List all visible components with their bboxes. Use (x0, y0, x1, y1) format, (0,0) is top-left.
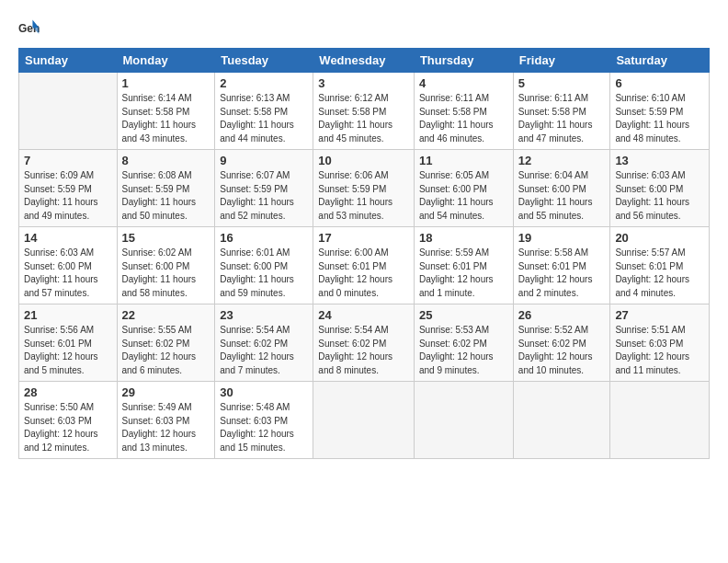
calendar-cell: 20Sunrise: 5:57 AMSunset: 6:01 PMDayligh… (610, 227, 710, 304)
day-number: 1 (122, 76, 210, 90)
day-info: Sunrise: 6:10 AMSunset: 5:59 PMDaylight:… (615, 92, 704, 145)
day-info: Sunrise: 5:48 AMSunset: 6:03 PMDaylight:… (220, 401, 308, 454)
week-row-5: 28Sunrise: 5:50 AMSunset: 6:03 PMDayligh… (19, 382, 710, 459)
day-number: 19 (518, 231, 606, 245)
calendar-cell (513, 382, 610, 459)
day-info: Sunrise: 5:54 AMSunset: 6:02 PMDaylight:… (220, 324, 308, 377)
day-number: 3 (318, 76, 409, 90)
day-number: 17 (318, 231, 409, 245)
week-row-3: 14Sunrise: 6:03 AMSunset: 6:00 PMDayligh… (19, 227, 710, 304)
day-info: Sunrise: 6:11 AMSunset: 5:58 PMDaylight:… (518, 92, 606, 145)
day-number: 24 (318, 308, 409, 322)
weekday-thursday: Thursday (414, 49, 513, 73)
header: Gen (18, 17, 710, 39)
calendar-cell: 7Sunrise: 6:09 AMSunset: 5:59 PMDaylight… (19, 150, 118, 227)
calendar-cell: 30Sunrise: 5:48 AMSunset: 6:03 PMDayligh… (215, 382, 313, 459)
day-info: Sunrise: 5:56 AMSunset: 6:01 PMDaylight:… (24, 324, 112, 377)
day-info: Sunrise: 5:55 AMSunset: 6:02 PMDaylight:… (122, 324, 210, 377)
calendar-cell (414, 382, 513, 459)
day-info: Sunrise: 5:58 AMSunset: 6:01 PMDaylight:… (518, 247, 606, 300)
day-info: Sunrise: 6:01 AMSunset: 6:00 PMDaylight:… (220, 247, 308, 300)
calendar-cell: 6Sunrise: 6:10 AMSunset: 5:59 PMDaylight… (610, 73, 710, 150)
day-info: Sunrise: 6:08 AMSunset: 5:59 PMDaylight:… (122, 169, 210, 223)
day-number: 9 (220, 154, 308, 167)
day-info: Sunrise: 6:13 AMSunset: 5:58 PMDaylight:… (220, 92, 308, 145)
day-number: 11 (419, 154, 508, 167)
day-info: Sunrise: 6:00 AMSunset: 6:01 PMDaylight:… (318, 247, 409, 300)
day-number: 21 (24, 308, 112, 322)
calendar-cell (19, 73, 118, 150)
calendar-cell: 15Sunrise: 6:02 AMSunset: 6:00 PMDayligh… (117, 227, 215, 304)
day-number: 20 (615, 231, 704, 245)
calendar-cell: 8Sunrise: 6:08 AMSunset: 5:59 PMDaylight… (117, 150, 215, 227)
logo-icon: Gen (18, 17, 40, 39)
calendar-cell: 24Sunrise: 5:54 AMSunset: 6:02 PMDayligh… (313, 304, 415, 382)
day-number: 29 (122, 385, 210, 399)
calendar-cell (313, 382, 415, 459)
day-info: Sunrise: 6:02 AMSunset: 6:00 PMDaylight:… (122, 247, 210, 300)
calendar-cell: 13Sunrise: 6:03 AMSunset: 6:00 PMDayligh… (610, 150, 710, 227)
weekday-sunday: Sunday (19, 49, 118, 73)
calendar-cell: 26Sunrise: 5:52 AMSunset: 6:02 PMDayligh… (513, 304, 610, 382)
day-number: 28 (24, 385, 112, 399)
calendar-cell: 23Sunrise: 5:54 AMSunset: 6:02 PMDayligh… (215, 304, 313, 382)
calendar: SundayMondayTuesdayWednesdayThursdayFrid… (18, 48, 710, 459)
day-info: Sunrise: 5:50 AMSunset: 6:03 PMDaylight:… (24, 401, 112, 454)
weekday-monday: Monday (117, 49, 215, 73)
calendar-cell: 27Sunrise: 5:51 AMSunset: 6:03 PMDayligh… (610, 304, 710, 382)
day-info: Sunrise: 6:03 AMSunset: 6:00 PMDaylight:… (615, 169, 704, 223)
logo: Gen (18, 17, 44, 39)
calendar-cell: 11Sunrise: 6:05 AMSunset: 6:00 PMDayligh… (414, 150, 513, 227)
day-info: Sunrise: 5:59 AMSunset: 6:01 PMDaylight:… (419, 247, 508, 300)
calendar-cell: 28Sunrise: 5:50 AMSunset: 6:03 PMDayligh… (19, 382, 118, 459)
day-number: 15 (122, 231, 210, 245)
calendar-cell: 17Sunrise: 6:00 AMSunset: 6:01 PMDayligh… (313, 227, 415, 304)
weekday-friday: Friday (513, 49, 610, 73)
calendar-cell: 3Sunrise: 6:12 AMSunset: 5:58 PMDaylight… (313, 73, 415, 150)
calendar-cell (610, 382, 710, 459)
calendar-cell: 16Sunrise: 6:01 AMSunset: 6:00 PMDayligh… (215, 227, 313, 304)
day-number: 5 (518, 76, 606, 90)
day-info: Sunrise: 5:57 AMSunset: 6:01 PMDaylight:… (615, 247, 704, 300)
day-info: Sunrise: 6:11 AMSunset: 5:58 PMDaylight:… (419, 92, 508, 145)
day-info: Sunrise: 5:53 AMSunset: 6:02 PMDaylight:… (419, 324, 508, 377)
day-number: 12 (518, 154, 606, 167)
day-number: 22 (122, 308, 210, 322)
day-number: 16 (220, 231, 308, 245)
calendar-cell: 5Sunrise: 6:11 AMSunset: 5:58 PMDaylight… (513, 73, 610, 150)
weekday-wednesday: Wednesday (313, 49, 415, 73)
week-row-2: 7Sunrise: 6:09 AMSunset: 5:59 PMDaylight… (19, 150, 710, 227)
day-info: Sunrise: 5:54 AMSunset: 6:02 PMDaylight:… (318, 324, 409, 377)
day-info: Sunrise: 6:04 AMSunset: 6:00 PMDaylight:… (518, 169, 606, 223)
day-number: 14 (24, 231, 112, 245)
day-info: Sunrise: 6:03 AMSunset: 6:00 PMDaylight:… (24, 247, 112, 300)
day-info: Sunrise: 5:49 AMSunset: 6:03 PMDaylight:… (122, 401, 210, 454)
day-number: 6 (615, 76, 704, 90)
day-info: Sunrise: 6:12 AMSunset: 5:58 PMDaylight:… (318, 92, 409, 145)
day-number: 25 (419, 308, 508, 322)
day-info: Sunrise: 6:09 AMSunset: 5:59 PMDaylight:… (24, 169, 112, 223)
day-number: 8 (122, 154, 210, 167)
day-number: 4 (419, 76, 508, 90)
day-number: 2 (220, 76, 308, 90)
calendar-cell: 22Sunrise: 5:55 AMSunset: 6:02 PMDayligh… (117, 304, 215, 382)
day-number: 23 (220, 308, 308, 322)
day-info: Sunrise: 5:52 AMSunset: 6:02 PMDaylight:… (518, 324, 606, 377)
calendar-cell: 2Sunrise: 6:13 AMSunset: 5:58 PMDaylight… (215, 73, 313, 150)
calendar-cell: 14Sunrise: 6:03 AMSunset: 6:00 PMDayligh… (19, 227, 118, 304)
week-row-4: 21Sunrise: 5:56 AMSunset: 6:01 PMDayligh… (19, 304, 710, 382)
calendar-cell: 9Sunrise: 6:07 AMSunset: 5:59 PMDaylight… (215, 150, 313, 227)
weekday-tuesday: Tuesday (215, 49, 313, 73)
calendar-cell: 25Sunrise: 5:53 AMSunset: 6:02 PMDayligh… (414, 304, 513, 382)
calendar-cell: 12Sunrise: 6:04 AMSunset: 6:00 PMDayligh… (513, 150, 610, 227)
day-info: Sunrise: 6:05 AMSunset: 6:00 PMDaylight:… (419, 169, 508, 223)
calendar-cell: 10Sunrise: 6:06 AMSunset: 5:59 PMDayligh… (313, 150, 415, 227)
calendar-cell: 21Sunrise: 5:56 AMSunset: 6:01 PMDayligh… (19, 304, 118, 382)
day-info: Sunrise: 6:06 AMSunset: 5:59 PMDaylight:… (318, 169, 409, 223)
day-number: 26 (518, 308, 606, 322)
day-info: Sunrise: 5:51 AMSunset: 6:03 PMDaylight:… (615, 324, 704, 377)
week-row-1: 1Sunrise: 6:14 AMSunset: 5:58 PMDaylight… (19, 73, 710, 150)
calendar-cell: 18Sunrise: 5:59 AMSunset: 6:01 PMDayligh… (414, 227, 513, 304)
day-number: 30 (220, 385, 308, 399)
weekday-saturday: Saturday (610, 49, 710, 73)
